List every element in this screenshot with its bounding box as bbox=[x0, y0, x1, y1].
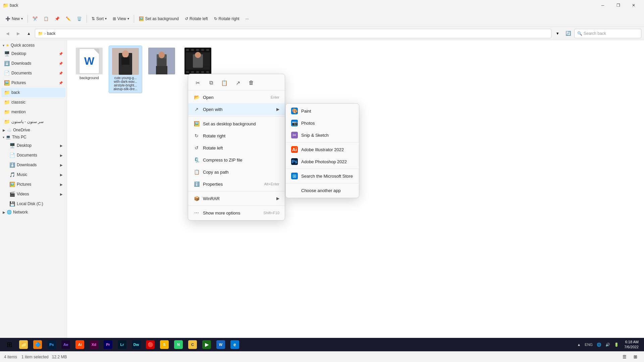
sidebar-item-pc-documents[interactable]: 📄 Documents ▶ bbox=[1, 150, 65, 160]
file-item-photo2[interactable] bbox=[145, 46, 178, 93]
tray-sound-icon[interactable]: 🔊 bbox=[604, 342, 611, 348]
sidebar-item-pc-videos[interactable]: 🎬 Videos ▶ bbox=[1, 189, 65, 199]
sidebar-item-classsic[interactable]: 📁 classsic bbox=[1, 98, 65, 107]
sidebar-item-pc-desktop[interactable]: 🖥️ Desktop ▶ bbox=[1, 141, 65, 150]
large-icons-button[interactable]: ⊞ bbox=[631, 352, 640, 362]
tray-language[interactable]: ENG bbox=[583, 342, 594, 347]
taskbar-ae[interactable]: Ae bbox=[59, 338, 72, 351]
rename-button[interactable]: ✏️ bbox=[63, 13, 73, 25]
sidebar-item-pictures[interactable]: 🖼️ Pictures 📌 bbox=[1, 78, 65, 87]
up-button[interactable]: ▲ bbox=[24, 29, 34, 38]
sort-button[interactable]: ⇅ Sort ▾ bbox=[89, 13, 109, 25]
taskbar-cap[interactable]: C bbox=[186, 338, 199, 351]
refresh-button[interactable]: 🔄 bbox=[564, 29, 573, 38]
tray-clock[interactable]: 6:18 AM 7/6/2022 bbox=[622, 340, 641, 350]
submenu-item-ai[interactable]: Ai Adobe Illustrator 2022 bbox=[286, 143, 359, 156]
ctx-paste-button[interactable]: 📋 bbox=[219, 77, 230, 88]
sidebar-item-mention[interactable]: 📁 mention bbox=[1, 107, 65, 117]
ctx-copy-path[interactable]: 📋 Copy as path bbox=[188, 166, 285, 178]
address-path[interactable]: 📁 › back bbox=[35, 29, 551, 38]
ctx-set-desktop-bg[interactable]: 🖼️ Set as desktop background bbox=[188, 118, 285, 130]
ctx-winrar[interactable]: 📦 WinRAR ▶ bbox=[188, 192, 285, 204]
ctx-properties[interactable]: ℹ️ Properties Alt+Enter bbox=[188, 178, 285, 190]
mention-icon: 📁 bbox=[4, 109, 9, 115]
submenu-item-choose[interactable]: Choose another app bbox=[286, 184, 359, 196]
ctx-open[interactable]: 📂 Open Enter bbox=[188, 91, 285, 103]
copy-button[interactable]: 📋 bbox=[41, 13, 51, 25]
ctx-rotate-right[interactable]: ↻ Rotate right bbox=[188, 130, 285, 142]
rotate-left-button[interactable]: ↺ Rotate left bbox=[182, 13, 211, 25]
address-dropdown-button[interactable]: ▾ bbox=[553, 29, 562, 38]
sidebar-item-downloads[interactable]: ⬇️ Downloads 📌 bbox=[1, 59, 65, 68]
start-button[interactable]: ⊞ bbox=[3, 338, 16, 351]
quick-access-header[interactable]: ▾ ★ Quick access bbox=[1, 42, 66, 49]
ctx-share-button[interactable]: ↗ bbox=[232, 77, 243, 88]
rotate-right-button[interactable]: ↻ Rotate right bbox=[211, 13, 242, 25]
taskbar-note[interactable]: N bbox=[172, 338, 185, 351]
path-sep: › bbox=[44, 31, 46, 36]
ai-icon: Ai bbox=[291, 146, 298, 153]
taskbar-blender[interactable]: 🔷 bbox=[31, 338, 44, 351]
taskbar-xd[interactable]: Xd bbox=[87, 338, 101, 351]
taskbar-ps[interactable]: Ps bbox=[45, 338, 58, 351]
paste-button[interactable]: 📌 bbox=[52, 13, 62, 25]
submenu-item-paint[interactable]: 🎨 Paint bbox=[286, 105, 359, 117]
view-button[interactable]: ⊞ View ▾ bbox=[110, 13, 132, 25]
search-box[interactable]: 🔍 Search back bbox=[574, 29, 641, 38]
tray-expand-button[interactable]: ▲ bbox=[576, 342, 582, 347]
this-pc-header[interactable]: ▾ 💻 This PC bbox=[1, 134, 66, 140]
pr-icon: Pr bbox=[104, 340, 112, 349]
tray-network-icon[interactable]: 🌐 bbox=[595, 342, 603, 348]
minimize-button[interactable]: ─ bbox=[595, 0, 610, 11]
delete-button[interactable]: 🗑️ bbox=[74, 13, 85, 25]
onedrive-header[interactable]: ▶ ☁️ OneDrive bbox=[1, 127, 66, 133]
pin-icon-4: 📌 bbox=[59, 81, 63, 85]
details-view-button[interactable]: ☰ bbox=[620, 352, 629, 362]
taskbar-edge[interactable]: e bbox=[228, 338, 241, 351]
ctx-copy-button[interactable]: ⧉ bbox=[206, 77, 216, 88]
sidebar-item-pc-music[interactable]: 🎵 Music ▶ bbox=[1, 170, 65, 179]
taskbar-sketch[interactable]: S bbox=[158, 338, 171, 351]
window-controls: ─ ❐ ✕ bbox=[595, 0, 641, 11]
taskbar-dw[interactable]: Dw bbox=[129, 338, 143, 351]
new-button[interactable]: ➕ New ▾ bbox=[3, 13, 25, 25]
submenu-item-snip[interactable]: ✂ Snip & Sketch bbox=[286, 129, 359, 141]
sidebar-item-pc-pictures[interactable]: 🖼️ Pictures ▶ bbox=[1, 180, 65, 189]
set-bg-icon: 🖼️ bbox=[139, 16, 144, 21]
sidebar-item-paston[interactable]: 📁 سر ستون - پاستون bbox=[1, 117, 65, 126]
sidebar-item-back[interactable]: 📁 back bbox=[1, 88, 65, 97]
sidebar-item-pc-downloads[interactable]: ⬇️ Downloads ▶ bbox=[1, 160, 65, 170]
taskbar-ai[interactable]: Ai bbox=[73, 338, 87, 351]
taskbar-lr[interactable]: Lr bbox=[115, 338, 129, 351]
taskbar-med[interactable]: ▶ bbox=[200, 338, 213, 351]
ctx-open-with[interactable]: ↗ Open with ▶ 🎨 Paint 📷 Photos ✂ Sni bbox=[188, 103, 285, 115]
file-item-photo1[interactable]: cute-young-g...with-dark-wav...airstyle-… bbox=[109, 46, 142, 93]
close-button[interactable]: ✕ bbox=[626, 0, 641, 11]
forward-button[interactable]: ▶ bbox=[13, 29, 23, 38]
taskbar-word[interactable]: W bbox=[214, 338, 227, 351]
svg-point-7 bbox=[159, 52, 165, 58]
tray-battery-icon[interactable]: 🔋 bbox=[613, 342, 620, 348]
tray-date: 7/6/2022 bbox=[624, 345, 639, 350]
submenu-item-photos[interactable]: 📷 Photos bbox=[286, 117, 359, 129]
sidebar-item-desktop[interactable]: 🖥️ Desktop 📌 bbox=[1, 49, 65, 58]
sidebar-item-pc-local-disk[interactable]: 💾 Local Disk (C:) bbox=[1, 199, 65, 208]
back-button[interactable]: ◀ bbox=[3, 29, 12, 38]
restore-button[interactable]: ❐ bbox=[610, 0, 626, 11]
ctx-compress-zip[interactable]: 🗜️ Compress to ZIP file bbox=[188, 154, 285, 166]
ctx-cut-button[interactable]: ✂ bbox=[192, 77, 203, 88]
submenu-item-ps[interactable]: Ps Adobe Photoshop 2022 bbox=[286, 156, 359, 168]
taskbar-explorer[interactable]: 📁 bbox=[17, 338, 30, 351]
submenu-item-store[interactable]: ⊞ Search the Microsoft Store bbox=[286, 170, 359, 182]
more-button[interactable]: ··· bbox=[243, 13, 252, 25]
set-background-button[interactable]: 🖼️ Set as background bbox=[136, 13, 181, 25]
network-header[interactable]: ▶ 🌐 Network bbox=[1, 209, 66, 216]
cut-button[interactable]: ✂️ bbox=[30, 13, 40, 25]
ctx-show-more[interactable]: ⋯ Show more options Shift+F10 bbox=[188, 207, 285, 219]
ctx-rotate-left[interactable]: ↺ Rotate left bbox=[188, 142, 285, 154]
taskbar-red[interactable]: 🔴 bbox=[144, 338, 157, 351]
sidebar-item-documents[interactable]: 📄 Documents 📌 bbox=[1, 68, 65, 78]
ctx-delete-button[interactable]: 🗑 bbox=[246, 77, 257, 88]
file-item-word[interactable]: W background bbox=[72, 46, 106, 93]
taskbar-pr[interactable]: Pr bbox=[101, 338, 115, 351]
